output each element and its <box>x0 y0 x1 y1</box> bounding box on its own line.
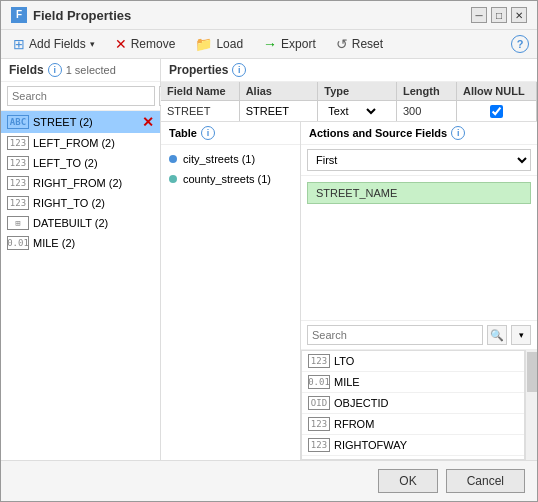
field-item[interactable]: ABC STREET (2) ✕ <box>1 111 160 133</box>
source-search-container: 🔍 ▾ <box>301 320 537 350</box>
maximize-button[interactable]: □ <box>491 7 507 23</box>
actions-lower: STREET_NAME 🔍 ▾ 123 LTO 0.01 <box>301 176 537 460</box>
scrollbar-thumb[interactable] <box>527 352 537 392</box>
source-item[interactable]: 123 LTO <box>302 351 524 372</box>
field-type-icon: ⊞ <box>7 216 29 230</box>
add-fields-label: Add Fields <box>29 37 86 51</box>
actions-panel: Actions and Source Fields i FirstLastCon… <box>301 122 537 460</box>
add-icon: ⊞ <box>13 36 25 52</box>
help-button[interactable]: ? <box>511 35 529 53</box>
right-panel: Properties i Field Name Alias Type Lengt… <box>161 59 537 460</box>
field-name: RIGHT_FROM (2) <box>33 177 122 189</box>
table-title: Table <box>169 127 197 139</box>
spacer <box>301 210 537 320</box>
table-info-icon[interactable]: i <box>201 126 215 140</box>
title-bar: F Field Properties ─ □ ✕ <box>1 1 537 30</box>
source-type-icon: 123 <box>308 438 330 452</box>
table-list: city_streets (1) county_streets (1) <box>161 145 300 460</box>
field-item[interactable]: 0.01 MILE (2) <box>1 233 160 253</box>
col-type: Type <box>318 82 397 101</box>
table-dot <box>169 155 177 163</box>
actions-dropdown[interactable]: FirstLastConcatenateMinimumMaximum <box>307 149 531 171</box>
fields-search-container: 🔍 ▾ <box>1 82 160 111</box>
selected-badge: 1 selected <box>66 64 116 76</box>
prop-type[interactable]: Text Integer Float <box>318 101 397 121</box>
minimize-button[interactable]: ─ <box>471 7 487 23</box>
field-name: LEFT_TO (2) <box>33 157 98 169</box>
col-allow-null: Allow NULL <box>457 82 537 101</box>
prop-length: 300 <box>397 101 457 121</box>
col-field-name: Field Name <box>161 82 240 101</box>
source-item[interactable]: 123 RIGHTOFWAY <box>302 435 524 456</box>
source-search-button[interactable]: 🔍 <box>487 325 507 345</box>
type-select[interactable]: Text Integer Float <box>324 104 379 118</box>
source-search-dropdown[interactable]: ▾ <box>511 325 531 345</box>
table-item[interactable]: county_streets (1) <box>161 169 300 189</box>
source-item[interactable]: 123 RFROM <box>302 414 524 435</box>
window-icon: F <box>11 7 27 23</box>
properties-header: Properties i <box>161 59 537 82</box>
bottom-bar: OK Cancel <box>1 460 537 501</box>
remove-button[interactable]: ✕ Remove <box>111 34 180 54</box>
field-name: LEFT_FROM (2) <box>33 137 115 149</box>
source-list: 123 LTO 0.01 MILE OID OBJECTID 123 RFROM… <box>301 350 525 460</box>
field-item[interactable]: ⊞ DATEBUILT (2) <box>1 213 160 233</box>
fields-search-input[interactable] <box>7 86 155 106</box>
source-item[interactable]: OID OBJECTID <box>302 393 524 414</box>
reset-icon: ↺ <box>336 36 348 52</box>
load-icon: 📁 <box>195 36 212 52</box>
prop-alias[interactable] <box>240 101 319 121</box>
field-name: MILE (2) <box>33 237 75 249</box>
field-properties-window: F Field Properties ─ □ ✕ ⊞ Add Fields ▾ … <box>0 0 538 502</box>
fields-info-icon[interactable]: i <box>48 63 62 77</box>
field-type-icon: 123 <box>7 136 29 150</box>
actions-info-icon[interactable]: i <box>451 126 465 140</box>
fields-title: Fields <box>9 63 44 77</box>
add-fields-button[interactable]: ⊞ Add Fields ▾ <box>9 34 99 54</box>
source-list-container: 123 LTO 0.01 MILE OID OBJECTID 123 RFROM… <box>301 350 537 460</box>
table-header: Table i <box>161 122 300 145</box>
source-field-name: MILE <box>334 376 360 388</box>
main-content: Fields i 1 selected 🔍 ▾ ABC STREET (2) ✕… <box>1 59 537 460</box>
source-type-icon: 0.01 <box>308 375 330 389</box>
fields-header: Fields i 1 selected <box>1 59 160 82</box>
field-name: STREET (2) <box>33 116 93 128</box>
source-search-input[interactable] <box>307 325 483 345</box>
source-type-icon: OID <box>308 396 330 410</box>
lower-section: Table i city_streets (1) county_streets … <box>161 122 537 460</box>
table-name: county_streets (1) <box>183 173 271 185</box>
remove-field-icon[interactable]: ✕ <box>142 114 154 130</box>
close-button[interactable]: ✕ <box>511 7 527 23</box>
field-type-icon: 123 <box>7 176 29 190</box>
scrollbar-track[interactable] <box>525 350 537 460</box>
source-field-name: RFROM <box>334 418 374 430</box>
properties-info-icon[interactable]: i <box>232 63 246 77</box>
col-length: Length <box>397 82 457 101</box>
field-item[interactable]: 123 RIGHT_TO (2) <box>1 193 160 213</box>
properties-title: Properties <box>169 63 228 77</box>
table-name: city_streets (1) <box>183 153 255 165</box>
source-field-item[interactable]: STREET_NAME <box>307 182 531 204</box>
prop-field-name: STREET <box>161 101 240 121</box>
properties-grid: Field Name Alias Type Length Allow NULL … <box>161 82 537 122</box>
load-button[interactable]: 📁 Load <box>191 34 247 54</box>
cancel-button[interactable]: Cancel <box>446 469 525 493</box>
remove-label: Remove <box>131 37 176 51</box>
alias-input[interactable] <box>246 105 312 117</box>
prop-allow-null[interactable] <box>457 101 537 121</box>
add-dropdown-icon: ▾ <box>90 39 95 49</box>
left-panel: Fields i 1 selected 🔍 ▾ ABC STREET (2) ✕… <box>1 59 161 460</box>
actions-dropdown-bar: FirstLastConcatenateMinimumMaximum <box>301 145 537 176</box>
export-button[interactable]: → Export <box>259 34 320 54</box>
table-item[interactable]: city_streets (1) <box>161 149 300 169</box>
field-item[interactable]: 123 LEFT_FROM (2) <box>1 133 160 153</box>
reset-button[interactable]: ↺ Reset <box>332 34 387 54</box>
ok-button[interactable]: OK <box>378 469 437 493</box>
source-item[interactable]: 0.01 MILE <box>302 372 524 393</box>
allow-null-checkbox[interactable] <box>490 105 503 118</box>
field-item[interactable]: 123 RIGHT_FROM (2) <box>1 173 160 193</box>
field-type-icon: ABC <box>7 115 29 129</box>
field-item[interactable]: 123 LEFT_TO (2) <box>1 153 160 173</box>
window-controls: ─ □ ✕ <box>471 7 527 23</box>
field-type-icon: 123 <box>7 156 29 170</box>
